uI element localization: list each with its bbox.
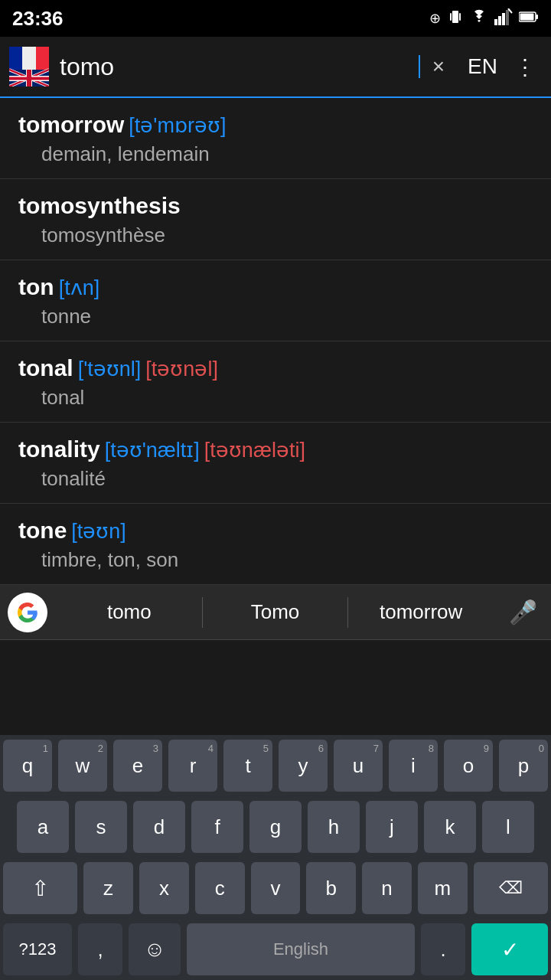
- status-bar: 23:36 ⊕: [0, 0, 551, 37]
- language-label[interactable]: EN: [457, 54, 508, 79]
- result-translation: tonne: [18, 305, 533, 328]
- result-phonetic-red: [təʊnæləti]: [204, 438, 305, 462]
- symbols-key[interactable]: ?123: [3, 923, 72, 975]
- key-r[interactable]: r4: [168, 740, 217, 792]
- svg-rect-2: [459, 13, 461, 21]
- result-translation: timbre, ton, son: [18, 548, 533, 572]
- google-icon: [8, 593, 47, 632]
- key-z[interactable]: z: [83, 862, 133, 914]
- key-b[interactable]: b: [306, 862, 356, 914]
- status-time: 23:36: [12, 7, 64, 31]
- key-m[interactable]: m: [418, 862, 468, 914]
- emoji-key[interactable]: ☺: [129, 923, 181, 975]
- key-q[interactable]: q1: [3, 740, 52, 792]
- suggestions-bar[interactable]: tomo Tomo tomorrow 🎤: [0, 585, 551, 640]
- result-word: tone: [18, 518, 67, 544]
- key-j[interactable]: j: [366, 801, 418, 853]
- keyboard-row-3: ⇧ zxcvbnm⌫: [0, 858, 551, 919]
- space-key[interactable]: English: [187, 923, 415, 975]
- vibrate-icon: [447, 8, 464, 29]
- key-a[interactable]: a: [17, 801, 69, 853]
- key-s[interactable]: s: [75, 801, 127, 853]
- key-i[interactable]: i8: [389, 740, 438, 792]
- more-options-button[interactable]: ⋮: [508, 51, 542, 83]
- backspace-key[interactable]: ⌫: [474, 862, 548, 914]
- result-item[interactable]: tonality[təʊ'næltɪ][təʊnæləti]tonalité: [0, 423, 551, 504]
- result-item[interactable]: tomorrow[tə'mɒrəʊ]demain, lendemain: [0, 98, 551, 179]
- key-c[interactable]: c: [195, 862, 245, 914]
- shift-key[interactable]: ⇧: [3, 862, 77, 914]
- result-word: tomorrow: [18, 112, 124, 138]
- suggestion-3[interactable]: tomorrow: [348, 600, 494, 624]
- svg-rect-6: [506, 10, 509, 25]
- keyboard-row-2: asdfghjkl: [0, 796, 551, 858]
- result-phonetic-blue: [təʊ'næltɪ]: [105, 438, 200, 462]
- key-x[interactable]: x: [139, 862, 189, 914]
- result-phonetic-blue: ['təʊnl]: [78, 357, 142, 381]
- backspace-icon: ⌫: [499, 878, 523, 898]
- key-w[interactable]: w2: [58, 740, 107, 792]
- result-phonetic-red: [təʊnəl]: [145, 357, 218, 381]
- key-u[interactable]: u7: [334, 740, 383, 792]
- key-f[interactable]: f: [191, 801, 243, 853]
- key-t[interactable]: t5: [223, 740, 272, 792]
- svg-rect-22: [9, 77, 49, 80]
- status-icons: ⊕: [429, 8, 539, 29]
- result-translation: tonalité: [18, 467, 533, 491]
- language-flag[interactable]: [9, 47, 49, 87]
- svg-rect-10: [536, 15, 538, 19]
- suggestion-1[interactable]: tomo: [57, 600, 202, 624]
- result-translation: demain, lendemain: [18, 142, 533, 166]
- search-bar[interactable]: tomo × EN ⋮: [0, 37, 551, 98]
- result-item[interactable]: tone[təʊn]timbre, ton, son: [0, 504, 551, 585]
- key-d[interactable]: d: [133, 801, 185, 853]
- suggestion-2[interactable]: Tomo: [203, 600, 348, 624]
- keyboard-row-bottom: ?123,☺English.✓: [0, 919, 551, 980]
- battery-icon: [519, 11, 539, 27]
- mic-icon[interactable]: 🎤: [503, 599, 543, 626]
- key-y[interactable]: y6: [279, 740, 328, 792]
- key-v[interactable]: v: [251, 862, 301, 914]
- svg-rect-0: [452, 11, 458, 23]
- svg-rect-1: [450, 13, 452, 21]
- result-phonetic-blue: [təʊn]: [71, 519, 126, 544]
- key-h[interactable]: h: [308, 801, 360, 853]
- result-item[interactable]: tonal['təʊnl][təʊnəl]tonal: [0, 341, 551, 423]
- result-phonetic-blue: [tʌn]: [59, 276, 100, 300]
- key-e[interactable]: e3: [113, 740, 162, 792]
- result-word: tonal: [18, 355, 73, 381]
- result-word: tonality: [18, 436, 100, 462]
- svg-rect-3: [494, 19, 497, 25]
- result-translation: tonal: [18, 386, 533, 410]
- keyboard: q1w2e3r4t5y6u7i8o9p0 asdfghjkl ⇧ zxcvbnm…: [0, 735, 551, 980]
- clear-button[interactable]: ×: [420, 48, 457, 85]
- key-p[interactable]: p0: [499, 740, 548, 792]
- key-n[interactable]: n: [362, 862, 412, 914]
- search-input-area[interactable]: tomo: [60, 53, 420, 81]
- enter-icon: ✓: [501, 937, 519, 962]
- key-k[interactable]: k: [424, 801, 476, 853]
- signal-icon: [494, 8, 513, 29]
- comma-key[interactable]: ,: [78, 923, 122, 975]
- keyboard-row-1: q1w2e3r4t5y6u7i8o9p0: [0, 735, 551, 796]
- result-translation: tomosynthèse: [18, 224, 533, 247]
- results-list: tomorrow[tə'mɒrəʊ]demain, lendemaintomos…: [0, 98, 551, 585]
- result-word: tomosynthesis: [18, 193, 181, 219]
- search-text[interactable]: tomo: [60, 53, 417, 81]
- key-g[interactable]: g: [249, 801, 302, 853]
- result-item[interactable]: tomosynthesistomosynthèse: [0, 179, 551, 260]
- svg-rect-4: [498, 16, 501, 25]
- key-o[interactable]: o9: [444, 740, 493, 792]
- svg-rect-9: [520, 13, 534, 20]
- svg-rect-5: [502, 13, 505, 25]
- result-item[interactable]: ton[tʌn]tonne: [0, 260, 551, 341]
- key-l[interactable]: l: [482, 801, 534, 853]
- result-word: ton: [18, 274, 54, 300]
- wifi-icon: [470, 8, 488, 29]
- shift-icon: ⇧: [31, 876, 49, 901]
- period-key[interactable]: .: [421, 923, 465, 975]
- result-phonetic-blue: [tə'mɒrəʊ]: [129, 113, 226, 138]
- enter-key[interactable]: ✓: [471, 923, 548, 975]
- sync-icon: ⊕: [429, 10, 441, 27]
